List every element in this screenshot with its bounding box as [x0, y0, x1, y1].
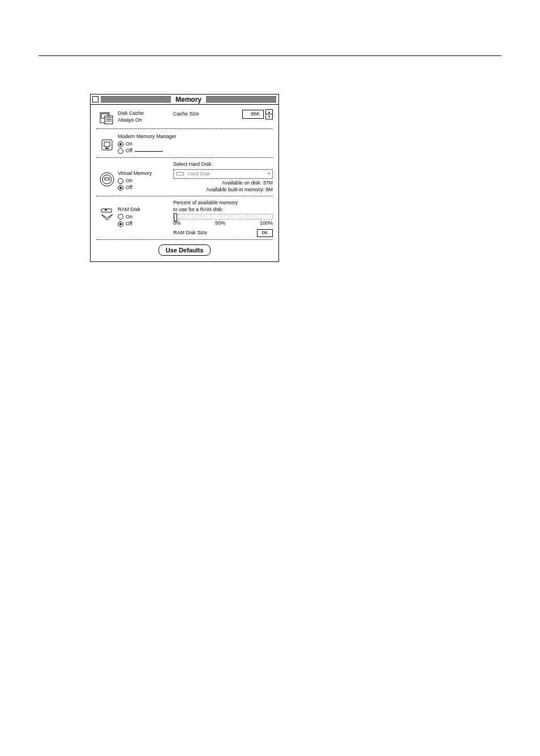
ram-disk-percent-line2: to use for a RAM disk: — [173, 207, 273, 213]
window-content: Disk Cache Always On Cache Size 96K ▲ ▼ — [91, 105, 278, 261]
radio-on-icon — [118, 221, 123, 227]
disk-cache-icon — [99, 110, 115, 126]
section-divider — [96, 196, 273, 196]
ram-disk-section: RAM Disk On Off Percent of available mem… — [96, 200, 273, 237]
cache-size-label: Cache Size — [173, 111, 199, 118]
virtual-memory-section: Virtual Memory On Off Select Hard Disk: … — [96, 161, 273, 194]
ram-disk-slider[interactable] — [173, 214, 273, 220]
svg-rect-2 — [105, 116, 113, 124]
ram-disk-label: RAM Disk — [118, 207, 173, 213]
ram-disk-on-radio[interactable]: On — [118, 214, 173, 221]
radio-on-icon — [118, 185, 123, 191]
virtual-memory-label: Virtual Memory — [118, 170, 173, 177]
virtual-memory-on-radio[interactable]: On — [118, 178, 173, 184]
available-builtin-memory: Available built-in memory: 8M — [173, 187, 273, 194]
virtual-memory-icon — [99, 171, 115, 187]
disk-cache-section: Disk Cache Always On Cache Size 96K ▲ ▼ — [96, 109, 273, 126]
radio-off-icon — [118, 214, 123, 220]
hard-disk-name: Hard Disk — [188, 171, 211, 177]
stepper-up-icon[interactable]: ▲ — [266, 110, 272, 114]
ram-disk-icon — [99, 208, 115, 221]
cache-size-stepper[interactable]: ▲ ▼ — [265, 109, 273, 119]
modern-memory-off-radio[interactable]: Off — [118, 148, 177, 154]
titlebar-stripes — [206, 96, 276, 103]
radio-off-icon — [118, 178, 123, 184]
svg-rect-8 — [105, 148, 109, 149]
ram-disk-size-label: RAM Disk Size — [173, 230, 207, 237]
close-box[interactable] — [92, 96, 98, 102]
available-on-disk: Available on disk: 37M — [173, 180, 273, 187]
svg-rect-13 — [105, 209, 107, 211]
svg-rect-11 — [105, 178, 109, 180]
use-defaults-button[interactable]: Use Defaults — [158, 244, 211, 256]
virtual-memory-off-radio[interactable]: Off — [118, 184, 173, 191]
slider-thumb[interactable] — [174, 213, 177, 221]
select-hard-disk-label: Select Hard Disk: — [173, 161, 273, 168]
dropdown-chevron-icon: ▾ — [268, 171, 270, 177]
memory-manager-icon — [100, 138, 114, 152]
radio-off-icon — [118, 148, 123, 154]
window-title: Memory — [173, 96, 204, 104]
ram-disk-off-radio[interactable]: Off — [118, 221, 173, 227]
scale-100: 100% — [260, 220, 273, 227]
hard-disk-icon — [176, 172, 184, 175]
memory-window: Memory Disk Cache Always On — [90, 94, 279, 262]
modern-memory-section: Modern Memory Manager On Off — [96, 132, 273, 155]
disk-cache-label: Disk Cache — [118, 110, 173, 117]
off-callout-line — [135, 151, 163, 152]
cache-size-value: 96K — [242, 110, 264, 119]
titlebar-stripes — [101, 96, 171, 103]
page-horizontal-rule — [38, 55, 502, 56]
section-divider — [96, 157, 273, 158]
modern-memory-label: Modern Memory Manager — [118, 134, 177, 140]
hard-disk-dropdown[interactable]: Hard Disk ▾ — [173, 169, 273, 179]
stepper-down-icon[interactable]: ▼ — [266, 114, 272, 119]
svg-rect-7 — [104, 142, 110, 147]
scale-50: 50% — [215, 220, 225, 227]
titlebar[interactable]: Memory — [91, 94, 278, 105]
disk-cache-always-on: Always On — [118, 117, 173, 124]
section-divider — [96, 239, 273, 240]
section-divider — [96, 128, 273, 129]
ram-disk-size-value: 0K — [257, 229, 273, 237]
ram-disk-percent-line1: Percent of available memory — [173, 200, 273, 207]
radio-on-icon — [118, 141, 123, 147]
modern-memory-on-radio[interactable]: On — [118, 141, 177, 148]
